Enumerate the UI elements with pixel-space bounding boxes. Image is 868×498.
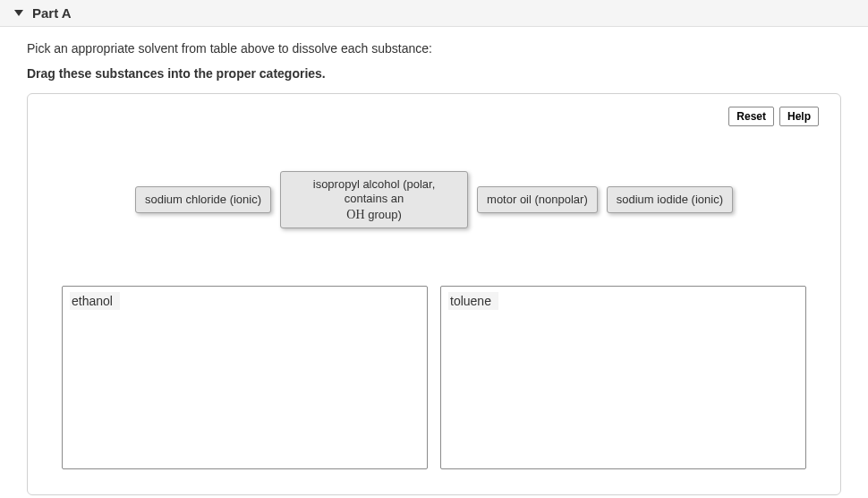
drop-target-label-ethanol: ethanol — [70, 292, 120, 310]
help-button[interactable]: Help — [779, 107, 819, 126]
part-header[interactable]: Part A — [0, 0, 868, 27]
draggable-sodium-iodide[interactable]: sodium iodide (ionic) — [607, 186, 733, 213]
draggable-isopropyl-alcohol[interactable]: isopropyl alcohol (polar, contains an OH… — [280, 171, 468, 228]
panel-toolbar: Reset Help — [49, 107, 819, 126]
drop-target-toluene[interactable]: toluene — [440, 286, 806, 469]
prompt-text: Pick an appropriate solvent from table a… — [27, 41, 841, 56]
chip-text-pre: isopropyl alcohol (polar, contains an — [313, 177, 436, 205]
reset-button[interactable]: Reset — [728, 107, 774, 126]
activity-panel: Reset Help sodium chloride (ionic) isopr… — [27, 93, 841, 495]
chip-text-post: group) — [365, 208, 402, 221]
draggable-sodium-chloride[interactable]: sodium chloride (ionic) — [135, 186, 271, 213]
instruction-text: Drag these substances into the proper ca… — [27, 66, 841, 81]
drop-target-ethanol[interactable]: ethanol — [62, 286, 428, 469]
drop-target-label-toluene: toluene — [448, 292, 498, 310]
part-title: Part A — [32, 5, 72, 21]
drop-targets-row: ethanol toluene — [49, 286, 819, 469]
draggable-items-row: sodium chloride (ionic) isopropyl alcoho… — [49, 171, 819, 228]
draggable-motor-oil[interactable]: motor oil (nonpolar) — [477, 186, 598, 213]
chip-text-chem: OH — [346, 208, 364, 221]
content-area: Pick an appropriate solvent from table a… — [0, 27, 868, 498]
chevron-down-icon — [14, 10, 23, 16]
